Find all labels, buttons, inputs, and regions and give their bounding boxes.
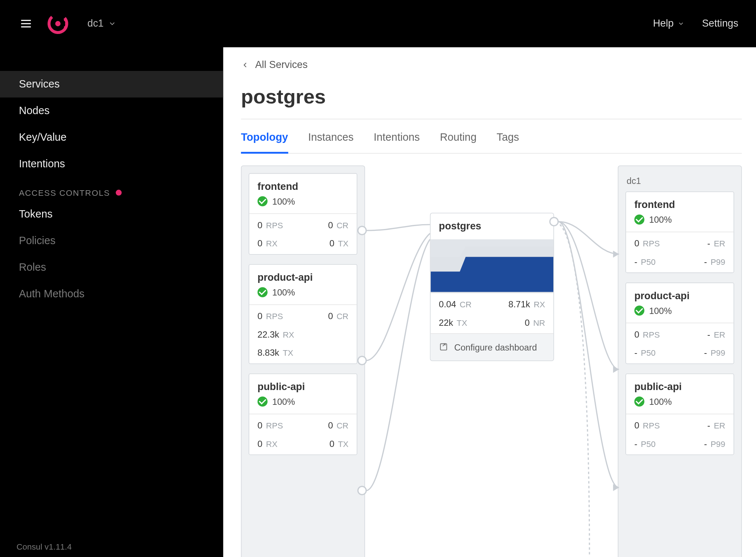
- main-content: All Services postgres Topology Instances…: [223, 47, 756, 557]
- tab-topology[interactable]: Topology: [241, 131, 288, 154]
- breadcrumb-all-services[interactable]: All Services: [241, 59, 756, 71]
- configure-dashboard-button[interactable]: Configure dashboard: [430, 333, 553, 360]
- check-icon: [634, 305, 644, 315]
- metric-rps: 0RPS: [634, 238, 680, 248]
- service-card-product-api[interactable]: product-api 100% 0RPS -ER -P50 -P99: [625, 283, 734, 364]
- metric-rps: 0RPS: [258, 311, 303, 321]
- topology-canvas: frontend 100% 0RPS 0CR 0RX 0TX product-a…: [241, 165, 742, 556]
- check-icon: [634, 215, 644, 225]
- metric-tx: 0TX: [303, 438, 348, 448]
- service-name: product-api: [634, 290, 725, 302]
- tab-tags[interactable]: Tags: [496, 131, 519, 153]
- metric-rps: 0RPS: [634, 420, 680, 430]
- external-link-icon: [439, 342, 449, 352]
- service-health: 100%: [258, 196, 348, 206]
- sidebar-item-nodes[interactable]: Nodes: [0, 98, 223, 124]
- metric-p99: -P99: [680, 256, 725, 266]
- svg-rect-5: [440, 344, 447, 350]
- metric-tx: 0TX: [303, 238, 348, 248]
- metric-rps: 0RPS: [634, 329, 680, 339]
- metric-er: -ER: [680, 238, 725, 248]
- service-card-public-api[interactable]: public-api 100% 0RPS 0CR 0RX 0TX: [249, 373, 357, 455]
- service-name: public-api: [258, 381, 348, 393]
- metric-tx: 8.83kTX: [258, 348, 348, 358]
- tab-routing[interactable]: Routing: [440, 131, 477, 153]
- metric-rps: 0RPS: [258, 220, 303, 230]
- metric-p50: -P50: [634, 348, 680, 358]
- check-icon: [258, 397, 268, 407]
- service-health: 100%: [634, 305, 725, 315]
- center-service-name: postgres: [430, 213, 553, 239]
- sidebar-item-authmethods[interactable]: Auth Methods: [0, 281, 223, 307]
- upstream-dc-label: dc1: [625, 173, 734, 192]
- check-icon: [258, 287, 268, 297]
- sidebar-item-intentions[interactable]: Intentions: [0, 151, 223, 177]
- metric-cr: 0CR: [303, 220, 348, 230]
- metric-cr: 0CR: [303, 311, 348, 321]
- metric-p99: -P99: [680, 348, 725, 358]
- sidebar: Services Nodes Key/Value Intentions ACCE…: [0, 47, 223, 557]
- help-menu[interactable]: Help: [653, 18, 684, 30]
- hamburger-icon: [20, 17, 32, 30]
- metric-tx: 22kTX: [439, 317, 492, 327]
- service-health: 100%: [258, 287, 348, 297]
- metric-rx: 8.71kRX: [492, 299, 545, 309]
- sidebar-item-services[interactable]: Services: [0, 71, 223, 98]
- service-health: 100%: [634, 397, 725, 407]
- service-card-frontend[interactable]: frontend 100% 0RPS -ER -P50 -P99: [625, 191, 734, 273]
- sparkline-chart: [430, 239, 553, 293]
- service-name: public-api: [634, 381, 725, 393]
- downstream-column: frontend 100% 0RPS 0CR 0RX 0TX product-a…: [241, 165, 365, 557]
- service-health: 100%: [634, 215, 725, 225]
- service-health: 100%: [258, 397, 348, 407]
- metric-p99: -P99: [680, 438, 725, 448]
- metric-p50: -P50: [634, 256, 680, 266]
- check-icon: [258, 196, 268, 206]
- page-title: postgres: [241, 85, 756, 108]
- sidebar-item-keyvalue[interactable]: Key/Value: [0, 124, 223, 151]
- metric-rps: 0RPS: [258, 420, 303, 430]
- tab-intentions[interactable]: Intentions: [374, 131, 420, 153]
- metric-cr: 0CR: [303, 420, 348, 430]
- metric-rx: 0RX: [258, 238, 303, 248]
- version-label: Consul v1.11.4: [17, 541, 72, 551]
- metric-cr: 0.04CR: [439, 299, 492, 309]
- tabs: Topology Instances Intentions Routing Ta…: [241, 131, 742, 154]
- sidebar-item-roles[interactable]: Roles: [0, 254, 223, 281]
- metric-nr: 0NR: [492, 317, 545, 327]
- settings-link[interactable]: Settings: [702, 18, 738, 30]
- chevron-down-icon: [677, 20, 684, 27]
- status-dot-icon: [116, 190, 122, 196]
- service-name: frontend: [258, 181, 348, 193]
- service-card-public-api[interactable]: public-api 100% 0RPS -ER -P50 -P99: [625, 373, 734, 455]
- metric-p50: -P50: [634, 438, 680, 448]
- consul-logo-icon: [46, 12, 70, 35]
- service-card-frontend[interactable]: frontend 100% 0RPS 0CR 0RX 0TX: [249, 173, 357, 255]
- service-card-product-api[interactable]: product-api 100% 0RPS 0CR 22.3kRX 8.83kT…: [249, 264, 357, 364]
- service-name: frontend: [634, 199, 725, 211]
- top-bar: dc1 Help Settings: [0, 0, 756, 47]
- service-name: product-api: [258, 272, 348, 284]
- chevron-left-icon: [241, 61, 249, 69]
- sidebar-item-tokens[interactable]: Tokens: [0, 201, 223, 228]
- check-icon: [634, 397, 644, 407]
- sidebar-heading-access: ACCESS CONTROLS: [0, 177, 223, 201]
- tab-instances[interactable]: Instances: [308, 131, 354, 153]
- svg-point-4: [64, 26, 66, 28]
- svg-point-1: [55, 21, 61, 26]
- svg-point-3: [65, 23, 67, 25]
- svg-point-2: [64, 19, 66, 21]
- chevron-down-icon: [108, 20, 116, 28]
- sidebar-item-policies[interactable]: Policies: [0, 228, 223, 254]
- metric-rx: 22.3kRX: [258, 329, 348, 339]
- metric-er: -ER: [680, 420, 725, 430]
- datacenter-label: dc1: [87, 18, 104, 30]
- center-service-card[interactable]: postgres 0.04CR 8.71kRX 22kTX 0NR Config…: [430, 213, 554, 361]
- metric-er: -ER: [680, 329, 725, 339]
- datacenter-selector[interactable]: dc1: [87, 18, 117, 30]
- upstream-column: dc1 frontend 100% 0RPS -ER -P50 -P99: [618, 165, 742, 557]
- menu-button[interactable]: [12, 10, 40, 38]
- metric-rx: 0RX: [258, 438, 303, 448]
